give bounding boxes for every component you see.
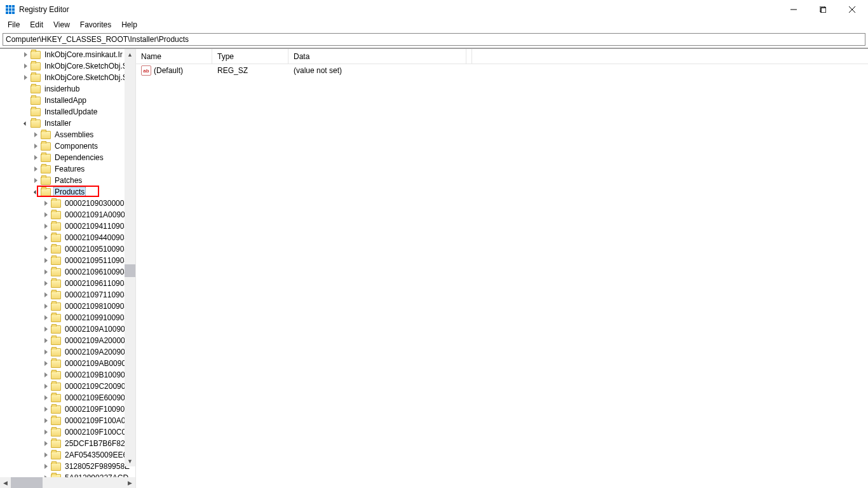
tree-node[interactable]: 000021095100904 (0, 243, 135, 255)
tree-node[interactable]: 00002109C200904 (0, 381, 135, 392)
scroll-up-arrow[interactable]: ▲ (125, 49, 135, 60)
scroll-track[interactable] (125, 60, 135, 456)
scroll-left-arrow[interactable]: ◀ (0, 477, 11, 488)
tree-node[interactable]: 00002109A200000 (0, 335, 135, 346)
expand-icon[interactable] (31, 130, 41, 140)
tree-node[interactable]: Patches (0, 175, 135, 186)
tree-node[interactable]: Assemblies (0, 129, 135, 140)
tree-node-label: 00002109A200904 (64, 347, 130, 357)
expand-icon[interactable] (41, 233, 51, 243)
menu-file[interactable]: File (3, 19, 25, 32)
scroll-track[interactable] (11, 477, 125, 488)
minimize-button[interactable] (779, 0, 808, 19)
expand-icon[interactable] (20, 50, 31, 60)
scroll-down-arrow[interactable]: ▼ (125, 456, 135, 466)
tree-node[interactable]: 2AF05435009EE65 (0, 449, 135, 461)
column-header-name[interactable]: Name (136, 49, 212, 64)
tree-node[interactable]: Installer (0, 118, 135, 129)
expand-icon[interactable] (41, 461, 51, 471)
tree-node[interactable]: 00002109AB00904 (0, 358, 135, 369)
tree-node[interactable]: InstalledUpdate (0, 106, 135, 118)
collapse-icon[interactable] (31, 187, 41, 197)
expand-icon[interactable] (41, 358, 51, 369)
expand-icon[interactable] (41, 438, 51, 449)
collapse-icon[interactable] (20, 118, 31, 128)
expand-icon[interactable] (41, 290, 51, 300)
tree-node[interactable]: InkObjCore.msinkaut.Ir (0, 49, 135, 60)
expand-icon[interactable] (41, 427, 51, 437)
tree-node[interactable]: 000021098100904 (0, 301, 135, 312)
tree-node[interactable]: InkObjCore.SketchObj.S (0, 60, 135, 72)
tree-node[interactable]: 000021095110904 (0, 255, 135, 266)
menu-favorites[interactable]: Favorites (75, 19, 116, 32)
menu-edit[interactable]: Edit (25, 19, 48, 32)
column-header-type[interactable]: Type (212, 49, 288, 64)
expand-icon[interactable] (41, 370, 51, 380)
expand-icon[interactable] (41, 404, 51, 414)
tree-node[interactable]: InstalledApp (0, 95, 135, 106)
tree-node[interactable]: Dependencies (0, 152, 135, 163)
menu-help[interactable]: Help (116, 19, 142, 32)
folder-icon (51, 405, 61, 414)
scroll-thumb[interactable] (11, 477, 43, 488)
expand-icon[interactable] (41, 198, 51, 208)
column-header-data[interactable]: Data (288, 49, 466, 64)
tree-node[interactable]: insiderhub (0, 83, 135, 95)
expand-icon[interactable] (41, 450, 51, 460)
expand-icon[interactable] (41, 313, 51, 323)
expand-icon[interactable] (31, 175, 41, 186)
close-button[interactable] (837, 0, 867, 19)
scroll-thumb[interactable] (125, 264, 135, 277)
expand-icon[interactable] (41, 255, 51, 266)
tree-node[interactable]: Features (0, 163, 135, 175)
maximize-button[interactable] (808, 0, 837, 19)
menu-view[interactable]: View (48, 19, 75, 32)
tree-node[interactable]: 000021096110904 (0, 278, 135, 289)
tree-vertical-scrollbar[interactable]: ▲ ▼ (125, 49, 135, 466)
tree-node[interactable]: 5A812990327ACD (0, 472, 135, 477)
tree-node[interactable]: 3128052F989958E (0, 461, 135, 472)
expand-icon[interactable] (31, 164, 41, 174)
scroll-right-arrow[interactable]: ▶ (125, 477, 135, 488)
expand-icon[interactable] (41, 324, 51, 334)
tree-node[interactable]: 000021096100904 (0, 266, 135, 278)
column-separator[interactable] (466, 49, 472, 64)
tree-node[interactable]: 000021094110904 (0, 220, 135, 232)
address-bar[interactable]: Computer\HKEY_CLASSES_ROOT\Installer\Pro… (3, 33, 865, 46)
expand-icon[interactable] (20, 61, 31, 71)
tree-node[interactable]: InkObjCore.SketchObj.S (0, 72, 135, 83)
expand-icon[interactable] (41, 278, 51, 288)
tree-node[interactable]: 000021097110904 (0, 289, 135, 301)
expand-icon[interactable] (41, 301, 51, 311)
tree-node[interactable]: Components (0, 140, 135, 152)
tree-horizontal-scrollbar[interactable]: ◀ ▶ (0, 477, 135, 488)
expand-icon[interactable] (41, 473, 51, 477)
expand-icon[interactable] (41, 416, 51, 426)
tree-node[interactable]: 000021094400904 (0, 232, 135, 243)
expand-icon[interactable] (41, 210, 51, 220)
tree-node[interactable]: 00002109F100C04 (0, 426, 135, 438)
tree-node[interactable]: 00002109A100904 (0, 323, 135, 335)
expand-icon[interactable] (41, 381, 51, 391)
expand-icon[interactable] (41, 267, 51, 277)
tree-node[interactable]: 00002109A200904 (0, 346, 135, 358)
tree-node[interactable]: Products (0, 186, 135, 198)
expand-icon[interactable] (41, 336, 51, 346)
expand-icon[interactable] (41, 347, 51, 357)
tree-node[interactable]: 00002109B100904 (0, 369, 135, 381)
tree-node[interactable]: 00002109F100904 (0, 403, 135, 415)
tree[interactable]: InkObjCore.msinkaut.IrInkObjCore.SketchO… (0, 49, 135, 477)
expand-icon[interactable] (41, 221, 51, 231)
tree-node[interactable]: 000021091A00904 (0, 209, 135, 220)
tree-node[interactable]: 25DCF1B7B6F821 (0, 438, 135, 449)
tree-node[interactable]: 000021099100904 (0, 312, 135, 323)
expand-icon[interactable] (31, 152, 41, 163)
expand-icon[interactable] (41, 244, 51, 254)
tree-node[interactable]: 00002109E600904 (0, 392, 135, 403)
expand-icon[interactable] (41, 393, 51, 403)
tree-node[interactable]: 00002109F100A0C (0, 415, 135, 426)
expand-icon[interactable] (20, 72, 31, 83)
expand-icon[interactable] (31, 141, 41, 151)
value-row[interactable]: ab(Default)REG_SZ(value not set) (136, 64, 868, 77)
tree-node[interactable]: 000021090300000 (0, 198, 135, 209)
